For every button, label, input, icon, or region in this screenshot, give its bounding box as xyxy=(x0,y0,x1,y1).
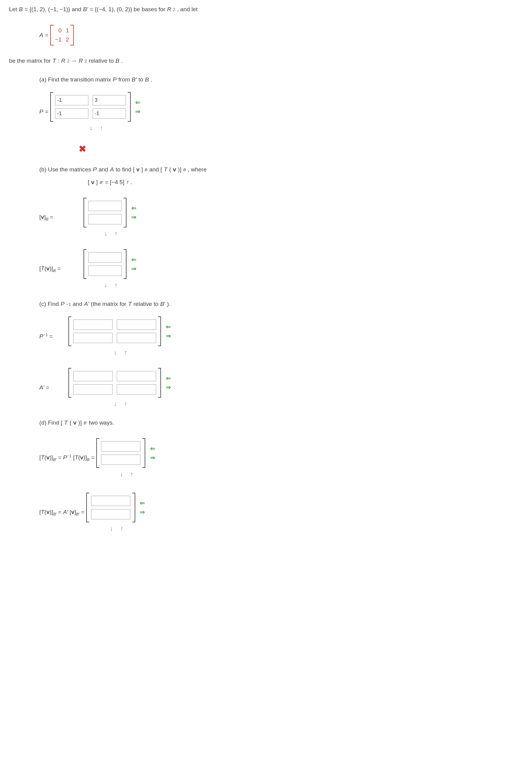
text: P xyxy=(61,301,64,307)
remove-column-icon[interactable]: ⇐ xyxy=(134,99,142,106)
add-column-icon[interactable]: ⇒ xyxy=(130,265,138,272)
remove-column-icon[interactable]: ⇐ xyxy=(164,374,172,382)
label-Aprime: A′ xyxy=(39,384,44,391)
add-column-icon[interactable]: ⇒ xyxy=(148,454,157,461)
remove-row-icon[interactable]: ↑ xyxy=(127,470,136,478)
text: v xyxy=(46,455,50,461)
matrix-cell-input[interactable] xyxy=(117,371,156,381)
text: to find [ xyxy=(116,166,134,173)
add-row-icon[interactable]: ↓ xyxy=(111,348,120,356)
matrix-cell-input[interactable] xyxy=(88,252,122,262)
remove-column-icon[interactable]: ⇐ xyxy=(164,323,172,330)
add-row-icon[interactable]: ↓ xyxy=(87,124,95,131)
text: → xyxy=(71,58,77,64)
text: A′ xyxy=(84,301,89,307)
text: B xyxy=(183,167,186,172)
label-P: P xyxy=(39,108,43,115)
text: −1 xyxy=(67,454,71,458)
matrix-cell-input[interactable] xyxy=(117,333,156,343)
text: A xyxy=(110,166,114,173)
text: )] xyxy=(50,509,53,515)
text: R xyxy=(167,6,171,13)
matrix-cell-input[interactable] xyxy=(93,95,126,105)
matrix-cell-input[interactable] xyxy=(101,455,140,465)
matrix-cell-input[interactable] xyxy=(73,371,113,381)
equals: = xyxy=(57,265,61,272)
matrix-cell-input[interactable] xyxy=(91,509,130,519)
text: B′ xyxy=(53,512,56,516)
matrix-cell-input[interactable] xyxy=(73,384,113,395)
matrix-cell-input[interactable] xyxy=(101,441,140,452)
text: T xyxy=(41,265,44,272)
text: )] xyxy=(50,455,53,461)
add-row-icon[interactable]: ↓ xyxy=(101,281,110,288)
text: ] xyxy=(96,179,98,186)
remove-row-icon[interactable]: ↑ xyxy=(112,281,120,288)
matrix-cell-input[interactable] xyxy=(117,384,156,395)
text: : xyxy=(58,58,59,64)
text: )] xyxy=(178,166,182,173)
remove-column-icon[interactable]: ⇐ xyxy=(138,499,147,507)
add-column-icon[interactable]: ⇒ xyxy=(134,108,142,115)
text: to xyxy=(138,76,143,83)
text: T xyxy=(64,420,68,426)
text: v xyxy=(91,179,94,186)
text: ( xyxy=(70,420,71,426)
matrix-cell-input[interactable] xyxy=(88,265,122,276)
matrix-cell-input[interactable] xyxy=(88,201,122,211)
text: be the matrix for xyxy=(9,58,51,64)
remove-row-icon[interactable]: ↑ xyxy=(121,348,130,356)
add-column-icon[interactable]: ⇒ xyxy=(164,384,172,391)
remove-row-icon[interactable]: ↑ xyxy=(97,124,106,131)
matrix-cell-input[interactable] xyxy=(91,496,130,506)
matrix-cell-input[interactable] xyxy=(117,319,156,330)
text: , where xyxy=(188,166,206,173)
text: two ways. xyxy=(89,420,114,426)
equals: = xyxy=(91,455,94,461)
text: B xyxy=(116,58,120,64)
remove-column-icon[interactable]: ⇐ xyxy=(148,445,157,452)
equals: = xyxy=(46,384,49,391)
remove-row-icon[interactable]: ↑ xyxy=(117,525,126,532)
remove-row-icon[interactable]: ↑ xyxy=(121,400,130,407)
remove-column-icon[interactable]: ⇐ xyxy=(130,204,138,212)
matrix-cell-input[interactable] xyxy=(93,108,126,119)
text: B xyxy=(145,76,149,83)
equals: = xyxy=(81,509,84,515)
matrix-A: 0 1 −1 2 xyxy=(50,25,74,45)
text: and xyxy=(73,301,82,307)
text: from xyxy=(118,76,130,83)
text: T xyxy=(164,166,167,173)
matrix-input-vB xyxy=(84,198,126,227)
remove-row-icon[interactable]: ↑ xyxy=(112,230,120,237)
text: 2 xyxy=(173,7,175,12)
text: (b) Use the matrices xyxy=(39,166,91,173)
add-column-icon[interactable]: ⇒ xyxy=(164,332,172,339)
text: P xyxy=(93,166,97,173)
text: R xyxy=(79,58,83,64)
label-Pinv: P xyxy=(39,333,43,339)
text: = [−4 5] xyxy=(105,179,124,186)
matrix-cell-input[interactable] xyxy=(73,319,113,330)
part-d: (d) Find [ T ( v )]B′ two ways. [T(v)]B′… xyxy=(39,420,523,532)
text: B xyxy=(87,458,90,462)
matrix-cell-input[interactable] xyxy=(73,333,113,343)
add-row-icon[interactable]: ↓ xyxy=(101,230,110,237)
text: B xyxy=(53,268,56,272)
add-row-icon[interactable]: ↓ xyxy=(117,470,126,478)
text: A′ xyxy=(63,509,68,515)
text: B′ xyxy=(132,76,136,83)
matrix-cell-input[interactable] xyxy=(55,95,88,105)
add-row-icon[interactable]: ↓ xyxy=(107,525,116,532)
text: B′ xyxy=(83,6,88,13)
text: Let xyxy=(9,6,17,13)
part-b: (b) Use the matrices P and A to find [ v… xyxy=(39,166,523,288)
remove-column-icon[interactable]: ⇐ xyxy=(130,256,138,263)
matrix-cell-input[interactable] xyxy=(55,108,88,119)
text: 2 xyxy=(67,59,69,63)
add-column-icon[interactable]: ⇒ xyxy=(138,509,147,516)
add-column-icon[interactable]: ⇒ xyxy=(130,213,138,221)
matrix-cell-input[interactable] xyxy=(88,214,122,224)
part-c: (c) Find P−1 and A′ (the matrix for T re… xyxy=(39,301,523,407)
add-row-icon[interactable]: ↓ xyxy=(111,400,120,407)
